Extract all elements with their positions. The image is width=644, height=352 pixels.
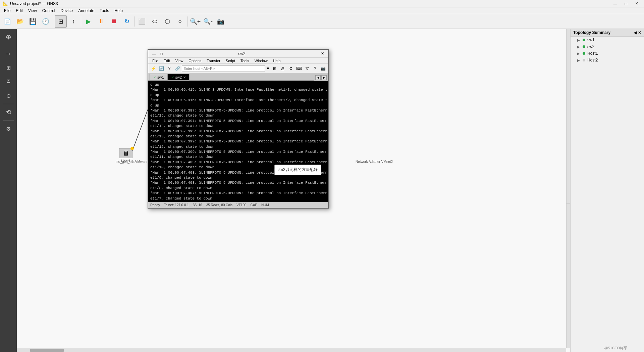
terminal-minimize-button[interactable]: — xyxy=(150,51,158,56)
terminal-tb-print[interactable]: 🖨 xyxy=(279,65,286,72)
terminal-menu-options[interactable]: Options xyxy=(186,58,204,63)
draw-rect-button[interactable]: ⬜ xyxy=(136,15,148,28)
host2-status-dot xyxy=(583,59,585,61)
zoom-in-button[interactable]: 🔍+ xyxy=(189,15,201,28)
screenshot-button[interactable]: 📷 xyxy=(215,15,227,28)
sidebar-hubs-button[interactable]: ⊞ xyxy=(2,61,15,74)
terminal-menu-help[interactable]: Help xyxy=(270,58,283,63)
menu-annotate[interactable]: Annotate xyxy=(75,8,97,14)
draw-circle-button[interactable]: ○ xyxy=(174,15,186,28)
sw1-tab-label: sw1 xyxy=(157,75,164,79)
terminal-menu-view[interactable]: View xyxy=(173,58,186,63)
terminal-line: *Mar 1 00:00:07.403: %LINEPROTO-5-UPDOWN… xyxy=(150,180,326,185)
play-button[interactable]: ▶ xyxy=(83,15,95,28)
terminal-tb-newwindow[interactable]: ⊞ xyxy=(271,65,278,72)
terminal-line: et1/12, changed state to down xyxy=(150,144,326,149)
minimize-button[interactable]: — xyxy=(610,1,620,7)
menu-view[interactable]: View xyxy=(25,8,40,14)
topology-item-sw1[interactable]: ▶ sw1 xyxy=(571,37,644,43)
terminal-host-input[interactable] xyxy=(182,65,265,72)
menu-tools[interactable]: Tools xyxy=(97,8,112,14)
terminal-tb-help[interactable]: ? xyxy=(311,65,319,72)
terminal-menu-tools[interactable]: Tools xyxy=(238,58,252,63)
terminal-menu-script[interactable]: Script xyxy=(223,58,238,63)
h-scrollbar-thumb[interactable] xyxy=(30,349,64,352)
terminal-menu-transfer[interactable]: Transfer xyxy=(204,58,223,63)
topology-close-button[interactable]: ✕ xyxy=(638,30,641,35)
sw2-label: sw2 xyxy=(587,44,594,49)
terminal-tb-filter[interactable]: ▽ xyxy=(303,65,311,72)
terminal-line: o up xyxy=(150,93,326,98)
select-mode-button[interactable]: ⊞ xyxy=(55,15,67,28)
sidebar-routers-button[interactable]: ⊕ xyxy=(2,30,15,44)
terminal-tb-dropdown[interactable]: ▼ xyxy=(266,65,270,72)
right-panel-scrollbar[interactable] xyxy=(566,29,570,204)
terminal-maximize-button[interactable]: □ xyxy=(158,51,165,56)
sw1-tab-check: ✓ xyxy=(153,76,156,79)
terminal-close-button[interactable]: ✕ xyxy=(319,51,326,56)
toolbar-sep-1 xyxy=(53,16,53,27)
topology-controls: ◀ ✕ xyxy=(634,30,641,35)
sidebar-sep-2 xyxy=(3,104,14,104)
toolbar-sep-4 xyxy=(187,16,188,27)
terminal-tab-sw2[interactable]: ✓ sw2 ✕ xyxy=(168,74,190,80)
open-button[interactable]: 📂 xyxy=(14,15,26,28)
terminal-tb-connect[interactable]: 🔗 xyxy=(174,65,181,72)
terminal-tb-btn2[interactable]: 🔄 xyxy=(158,65,165,72)
terminal-line: et1/11, changed state to down xyxy=(150,155,326,160)
draw-ellipse-button[interactable]: ⬭ xyxy=(149,15,161,28)
stop-button[interactable]: ⏹ xyxy=(108,15,120,28)
terminal-toolbar: ⚡ 🔄 ? 🔗 ▼ ⊞ 🖨 ⚙ ⌨ ▽ ? 📷 xyxy=(148,64,328,73)
sw2-tab-close[interactable]: ✕ xyxy=(183,76,186,79)
draw-poly-button[interactable]: ⬡ xyxy=(161,15,173,28)
terminal-tb-settings[interactable]: ⚙ xyxy=(287,65,294,72)
topology-item-host1[interactable]: ▶ Host1 xyxy=(571,50,644,57)
menu-file[interactable]: File xyxy=(1,8,13,14)
terminal-menu-edit[interactable]: Edit xyxy=(161,58,173,63)
zoom-out-button[interactable]: 🔍- xyxy=(202,15,214,28)
window-controls: — □ ✕ xyxy=(610,1,641,7)
host1-chevron-icon: ▶ xyxy=(577,52,580,55)
terminal-tab-prev[interactable]: ◀ xyxy=(315,75,321,80)
terminal-tab-next[interactable]: ▶ xyxy=(321,75,327,80)
close-button[interactable]: ✕ xyxy=(632,1,641,7)
sidebar-enddevices-button[interactable]: 🖥 xyxy=(2,75,15,88)
topology-item-host2[interactable]: ▶ Host2 xyxy=(571,57,644,63)
terminal-tb-btn1[interactable]: ⚡ xyxy=(150,65,157,72)
sidebar-switches-button[interactable]: → xyxy=(2,47,15,60)
terminal-tb-keymap[interactable]: ⌨ xyxy=(295,65,303,72)
canvas-h-scrollbar[interactable] xyxy=(17,348,566,352)
terminal-menu-window[interactable]: Window xyxy=(252,58,270,63)
terminal-line: *Mar 1 00:00:07.399: %LINEPROTO-5-UPDOWN… xyxy=(150,139,326,144)
terminal-tab-nav: ◀ ▶ xyxy=(314,75,328,81)
topology-item-sw2[interactable]: ▶ sw2 xyxy=(571,43,644,50)
sidebar-settings-button[interactable]: ⚙ xyxy=(2,122,15,135)
pause-button[interactable]: ⏸ xyxy=(95,15,107,28)
sidebar-connections-button[interactable]: ⟲ xyxy=(2,105,15,119)
terminal-tab-sw1[interactable]: ✓ sw1 xyxy=(150,74,168,80)
topology-header: Topology Summary ◀ ✕ xyxy=(571,29,644,37)
terminal-status-rows-cols: 35 Rows, 80 Cols xyxy=(206,203,232,207)
move-mode-button[interactable]: ↕ xyxy=(67,15,79,28)
terminal-line: et1/13, changed state to down xyxy=(150,134,326,139)
canvas-area[interactable]: 🖥 Host1 f1 nio_gen_eth:VMware Netw... Ne… xyxy=(17,29,570,352)
reload-button[interactable]: ↻ xyxy=(121,15,133,28)
terminal-tb-btn3[interactable]: ? xyxy=(166,65,173,72)
history-button[interactable]: 🕐 xyxy=(40,15,52,28)
terminal-line: *Mar 1 00:00:07.407: %LINEPROTO-5-UPDOWN… xyxy=(150,191,326,196)
terminal-menu-file[interactable]: File xyxy=(150,58,161,63)
menu-edit[interactable]: Edit xyxy=(13,8,25,14)
topology-collapse-button[interactable]: ◀ xyxy=(634,30,637,35)
new-button[interactable]: 📄 xyxy=(1,15,13,28)
host2-chevron-icon: ▶ xyxy=(577,58,580,62)
sidebar-network-button[interactable]: ⊙ xyxy=(2,89,15,102)
terminal-body[interactable]: o up *Mar 1 00:00:06.415: %LINK-3-UPDOWN… xyxy=(148,81,328,202)
terminal-line: et1/14, changed state to down xyxy=(150,124,326,129)
save-button[interactable]: 💾 xyxy=(27,15,39,28)
terminal-tb-camera[interactable]: 📷 xyxy=(319,65,327,72)
menu-help[interactable]: Help xyxy=(112,8,125,14)
menu-control[interactable]: Control xyxy=(40,8,58,14)
maximize-button[interactable]: □ xyxy=(621,1,631,7)
menu-device[interactable]: Device xyxy=(58,8,76,14)
terminal-tabs: ✓ sw1 ✓ sw2 ✕ xyxy=(148,73,314,81)
